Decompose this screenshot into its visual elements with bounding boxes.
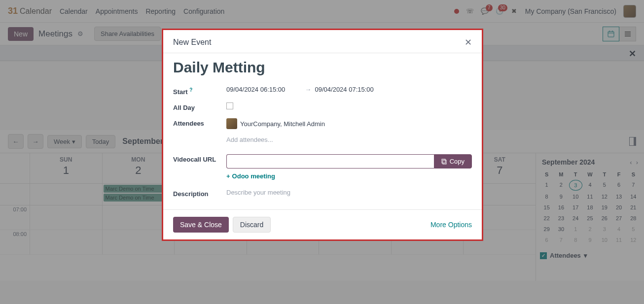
start-label: Start ? [173,86,226,96]
close-icon[interactable]: ✕ [465,37,472,48]
arrow-right-icon: → [305,86,311,93]
attendee-name: YourCompany, Mitchell Admin [240,120,325,128]
attendees-label: Attendees [173,118,226,127]
new-event-modal: New Event ✕ Daily Metting Start ? 09/04/… [162,29,483,241]
end-datetime-input[interactable]: 09/04/2024 07:15:00 [315,86,374,93]
start-datetime-input[interactable]: 09/04/2024 06:15:00 [226,86,285,93]
more-options-link[interactable]: More Options [430,221,472,229]
save-close-button[interactable]: Save & Close [173,217,229,233]
modal-title: New Event [173,38,211,47]
add-attendees-input[interactable]: Add attendees... [226,136,472,143]
copy-icon [441,159,447,165]
event-title-input[interactable]: Daily Metting [173,59,472,76]
discard-button[interactable]: Discard [233,217,271,233]
help-icon[interactable]: ? [189,87,192,93]
attendee-tag[interactable]: YourCompany, Mitchell Admin [226,118,325,129]
description-input[interactable]: Describe your meeting [226,189,290,196]
svg-rect-7 [443,160,446,164]
odoo-meeting-link[interactable]: + Odoo meeting [226,172,472,180]
attendee-avatar [226,118,237,129]
videocall-label: Videocall URL [173,154,226,163]
svg-rect-8 [442,159,445,163]
description-label: Description [173,189,226,198]
videocall-url-input[interactable] [226,154,434,169]
allday-label: All Day [173,102,226,111]
plus-icon: + [226,172,230,180]
allday-checkbox[interactable] [226,102,233,109]
copy-button[interactable]: Copy [434,154,472,169]
